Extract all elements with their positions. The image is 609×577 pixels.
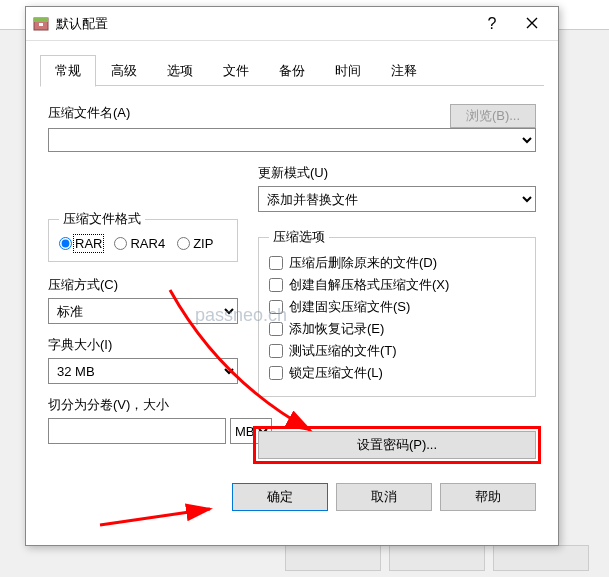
format-legend: 压缩文件格式 [59, 210, 145, 228]
chk-delete-after-label: 压缩后删除原来的文件(D) [289, 254, 437, 272]
dict-select[interactable]: 32 MB [48, 358, 238, 384]
chk-test[interactable] [269, 344, 283, 358]
update-mode-label: 更新模式(U) [258, 164, 536, 182]
help-button[interactable]: ? [472, 15, 512, 33]
svg-rect-1 [34, 18, 48, 22]
radio-rar[interactable] [59, 237, 72, 250]
chk-lock-label: 锁定压缩文件(L) [289, 364, 383, 382]
format-fieldset: 压缩文件格式 RAR RAR4 ZIP [48, 210, 238, 262]
svg-rect-2 [39, 23, 43, 26]
radio-rar-label[interactable]: RAR [75, 236, 102, 251]
help-button-footer[interactable]: 帮助 [440, 483, 536, 511]
bg-button [493, 545, 589, 571]
tab-files[interactable]: 文件 [208, 55, 264, 86]
tab-time[interactable]: 时间 [320, 55, 376, 86]
tab-panel-general: 浏览(B)... 压缩文件名(A) 压缩文件格式 RAR RAR4 [26, 86, 558, 469]
dialog-footer: 确定 取消 帮助 [26, 469, 558, 525]
cancel-button[interactable]: 取消 [336, 483, 432, 511]
chk-delete-after[interactable] [269, 256, 283, 270]
tab-advanced[interactable]: 高级 [96, 55, 152, 86]
titlebar: 默认配置 ? [26, 7, 558, 41]
bg-button [389, 545, 485, 571]
close-button[interactable] [512, 16, 552, 32]
chk-lock[interactable] [269, 366, 283, 380]
chk-sfx-label: 创建自解压格式压缩文件(X) [289, 276, 449, 294]
radio-rar4-label[interactable]: RAR4 [130, 236, 165, 251]
dialog-title: 默认配置 [56, 15, 472, 33]
tab-backup[interactable]: 备份 [264, 55, 320, 86]
update-mode-select[interactable]: 添加并替换文件 [258, 186, 536, 212]
archive-name-input[interactable] [48, 128, 536, 152]
volume-input[interactable] [48, 418, 226, 444]
radio-rar4[interactable] [114, 237, 127, 250]
bg-button [285, 545, 381, 571]
tab-options[interactable]: 选项 [152, 55, 208, 86]
radio-zip-label[interactable]: ZIP [193, 236, 213, 251]
chk-test-label: 测试压缩的文件(T) [289, 342, 397, 360]
options-fieldset: 压缩选项 压缩后删除原来的文件(D) 创建自解压格式压缩文件(X) 创建固实压缩… [258, 228, 536, 397]
chk-solid-label: 创建固实压缩文件(S) [289, 298, 410, 316]
volume-label: 切分为分卷(V)，大小 [48, 396, 238, 414]
default-config-dialog: 默认配置 ? 常规 高级 选项 文件 备份 时间 注释 浏览(B)... 压缩文… [25, 6, 559, 546]
chk-solid[interactable] [269, 300, 283, 314]
browse-button[interactable]: 浏览(B)... [450, 104, 536, 128]
method-label: 压缩方式(C) [48, 276, 238, 294]
chk-recovery[interactable] [269, 322, 283, 336]
radio-zip[interactable] [177, 237, 190, 250]
chk-sfx[interactable] [269, 278, 283, 292]
set-password-button[interactable]: 设置密码(P)... [258, 431, 536, 459]
tab-strip: 常规 高级 选项 文件 备份 时间 注释 [26, 41, 558, 86]
options-legend: 压缩选项 [269, 228, 329, 246]
method-select[interactable]: 标准 [48, 298, 238, 324]
app-icon [32, 15, 50, 33]
ok-button[interactable]: 确定 [232, 483, 328, 511]
tab-general[interactable]: 常规 [40, 55, 96, 87]
chk-recovery-label: 添加恢复记录(E) [289, 320, 384, 338]
dict-label: 字典大小(I) [48, 336, 238, 354]
tab-comment[interactable]: 注释 [376, 55, 432, 86]
